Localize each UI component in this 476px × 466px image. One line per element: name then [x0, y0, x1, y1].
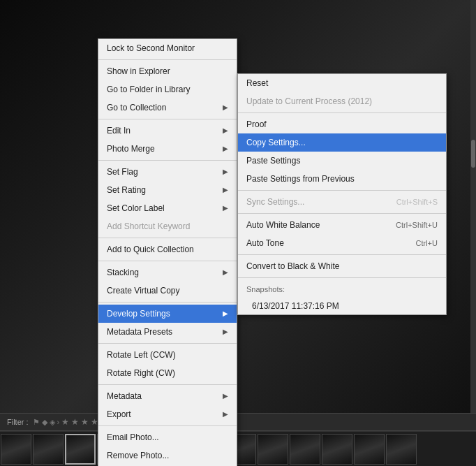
menu-item-add-to-quick-collection[interactable]: Add to Quick Collection — [98, 240, 237, 259]
menu-separator — [98, 384, 237, 385]
menu-separator — [98, 160, 237, 161]
menu-item-lock-to-second-monitor[interactable]: Lock to Second Monitor — [98, 39, 237, 57]
submenu-arrow-icon: ▶ — [223, 184, 228, 196]
submenu-arrow-icon: ▶ — [223, 143, 228, 155]
menu-item-email-photo[interactable]: Email Photo... — [98, 428, 237, 446]
submenu-arrow-icon: ▶ — [223, 124, 228, 137]
shortcut-text: Ctrl+Shift+U — [396, 219, 438, 231]
menu-separator — [98, 238, 237, 238]
submenu-arrow-icon: ▶ — [223, 326, 228, 338]
menu-item-go-to-folder[interactable]: Go to Folder in Library — [98, 80, 237, 99]
filter-bar: Filter : ⚑ ◆ ◈ › ★ ★ ★ ★ ★ — [0, 413, 476, 431]
color-filter-icon[interactable]: ◆ — [42, 418, 47, 427]
submenu-separator — [238, 213, 446, 214]
submenu-item-convert-to-bw[interactable]: Convert to Black & White — [238, 257, 446, 275]
submenu-item-auto-tone[interactable]: Auto Tone Ctrl+U — [238, 234, 446, 252]
menu-item-set-rating[interactable]: Set Rating ▶ — [98, 181, 237, 199]
submenu-item-update-to-current: Update to Current Process (2012) — [238, 92, 446, 110]
shortcut-text: Ctrl+Shift+S — [396, 196, 438, 208]
menu-separator — [98, 343, 237, 344]
menu-item-stacking[interactable]: Stacking ▶ — [98, 263, 237, 282]
star2-icon[interactable]: ★ — [71, 417, 79, 427]
menu-item-photo-merge[interactable]: Photo Merge ▶ — [98, 140, 237, 158]
filmstrip-thumb[interactable] — [1, 434, 31, 465]
menu-item-rotate-left[interactable]: Rotate Left (CCW) — [98, 346, 237, 364]
menu-item-metadata[interactable]: Metadata ▶ — [98, 387, 237, 405]
filter-icons: ⚑ ◆ ◈ › ★ ★ ★ ★ ★ — [33, 417, 109, 427]
filmstrip-thumb[interactable] — [386, 434, 417, 465]
menu-item-remove-photo[interactable]: Remove Photo... — [98, 446, 237, 465]
menu-item-show-in-explorer[interactable]: Show in Explorer — [98, 62, 237, 80]
shortcut-text: Ctrl+U — [416, 237, 438, 249]
menu-item-develop-settings[interactable]: Develop Settings ▶ — [98, 305, 237, 323]
menu-separator — [98, 425, 237, 426]
submenu-separator — [238, 190, 446, 191]
submenu-separator — [238, 277, 446, 278]
submenu-item-paste-settings[interactable]: Paste Settings — [238, 152, 446, 170]
menu-item-set-flag[interactable]: Set Flag ▶ — [98, 163, 237, 181]
arrow-filter-icon[interactable]: › — [57, 418, 60, 426]
menu-item-edit-in[interactable]: Edit In ▶ — [98, 122, 237, 140]
submenu-item-copy-settings[interactable]: Copy Settings... — [238, 133, 446, 152]
scrollbar[interactable] — [470, 0, 476, 466]
submenu-arrow-icon: ▶ — [223, 101, 228, 114]
filmstrip-thumb[interactable] — [322, 434, 352, 465]
filmstrip-thumb[interactable] — [290, 434, 320, 465]
context-menu-right: Reset Update to Current Process (2012) P… — [237, 73, 447, 315]
color-filter-icon2[interactable]: ◈ — [50, 418, 55, 427]
menu-separator — [98, 261, 237, 261]
menu-separator — [98, 302, 237, 303]
submenu-arrow-icon: ▶ — [223, 408, 228, 421]
menu-item-add-shortcut-keyword: Add Shortcut Keyword — [98, 217, 237, 235]
submenu-arrow-icon: ▶ — [223, 166, 228, 178]
submenu-arrow-icon: ▶ — [223, 307, 228, 320]
submenu-separator — [238, 254, 446, 255]
filmstrip-thumb[interactable] — [258, 434, 288, 465]
menu-item-go-to-collection[interactable]: Go to Collection ▶ — [98, 99, 237, 117]
context-menu-left: Lock to Second Monitor Show in Explorer … — [98, 38, 237, 466]
star1-icon[interactable]: ★ — [61, 417, 69, 427]
menu-separator — [98, 119, 237, 119]
submenu-item-sync-settings: Sync Settings... Ctrl+Shift+S — [238, 193, 446, 211]
flag-filter-icon[interactable]: ⚑ — [33, 418, 40, 427]
submenu-arrow-icon: ▶ — [223, 202, 228, 214]
submenu-arrow-icon: ▶ — [223, 390, 228, 402]
menu-item-export[interactable]: Export ▶ — [98, 405, 237, 423]
filmstrip-thumb[interactable] — [354, 434, 385, 465]
submenu-item-paste-settings-from-previous[interactable]: Paste Settings from Previous — [238, 170, 446, 188]
submenu-item-proof[interactable]: Proof — [238, 115, 446, 133]
snapshot-item[interactable]: 6/13/2017 11:37:16 PM — [238, 298, 446, 314]
submenu-arrow-icon: ▶ — [223, 266, 228, 279]
filter-label: Filter : — [7, 418, 29, 426]
filmstrip-thumb-active[interactable] — [65, 434, 96, 465]
menu-item-metadata-presets[interactable]: Metadata Presets ▶ — [98, 323, 237, 341]
star3-icon[interactable]: ★ — [81, 417, 89, 427]
menu-item-create-virtual-copy[interactable]: Create Virtual Copy — [98, 282, 237, 300]
scrollbar-thumb[interactable] — [471, 140, 475, 168]
menu-item-rotate-right[interactable]: Rotate Right (CW) — [98, 364, 237, 382]
filmstrip-thumb[interactable] — [33, 434, 64, 465]
submenu-item-reset[interactable]: Reset — [238, 74, 446, 92]
menu-separator — [98, 59, 237, 60]
menu-item-set-color-label[interactable]: Set Color Label ▶ — [98, 199, 237, 217]
filmstrip — [0, 431, 476, 466]
submenu-separator — [238, 112, 446, 113]
submenu-item-auto-white-balance[interactable]: Auto White Balance Ctrl+Shift+U — [238, 216, 446, 234]
snapshots-label: Snapshots: — [238, 280, 446, 298]
